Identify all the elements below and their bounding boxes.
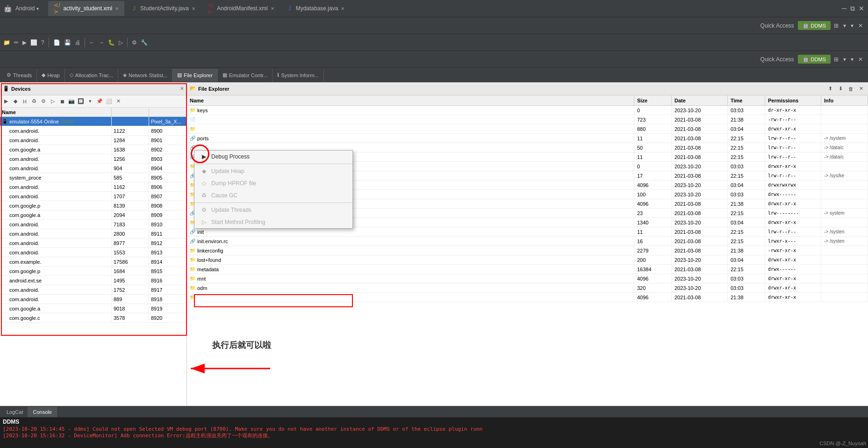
- file-row[interactable]: 📁lost+found2002023-10-2003:04drwxr-xr-x: [187, 255, 868, 265]
- ptab-threads[interactable]: ⚙ Threads: [2, 69, 37, 82]
- menu-item-debug-process[interactable]: ▶Debug Process: [194, 151, 352, 163]
- devices-dump-btn[interactable]: H: [21, 97, 29, 106]
- devices-debug-btn[interactable]: ▶: [2, 97, 10, 106]
- ptab-allocation[interactable]: ◇ Allocation Trac...: [65, 69, 118, 82]
- tab-android-manifest[interactable]: ≺/≻ AndroidManifest.xml ✕: [202, 1, 280, 16]
- devices-stop-btn[interactable]: ⏹: [58, 97, 66, 106]
- menu-item-dump-hprof-file: ◇Dump HPROF file: [194, 177, 352, 189]
- devices-pin-btn[interactable]: 📌: [95, 97, 104, 106]
- toolbar-btn-run[interactable]: ▶: [21, 38, 28, 47]
- device-row[interactable]: com.android.89778912: [0, 238, 187, 248]
- toolbar-btn-forward[interactable]: →: [97, 38, 106, 47]
- file-row[interactable]: 📁40962021-03-0821:38drwxr-xr-x: [187, 293, 868, 302]
- device-row[interactable]: com.google.a16388902: [0, 145, 187, 154]
- file-row[interactable]: 📁keys02023-10-2003:03dr-xr-xr-x: [187, 106, 868, 115]
- file-row[interactable]: 📁linkerconfig22792021-03-0821:38-rwxr-xr…: [187, 246, 868, 255]
- qa-toolbar-btn-1a[interactable]: ⊞: [832, 22, 840, 30]
- toolbar-btn-window[interactable]: ⬜: [29, 38, 39, 47]
- device-row[interactable]: com.google.a20948909: [0, 210, 187, 220]
- device-row[interactable]: com.android.11628906: [0, 182, 187, 192]
- file-row[interactable]: 📄7232021-03-0821:38-rw-r--r--: [187, 115, 868, 124]
- title-bar-dropdown-arrow[interactable]: ▾: [36, 6, 39, 11]
- devices-update-threads-btn[interactable]: ⚙: [39, 97, 48, 106]
- tab-mydatabase[interactable]: J Mydatabase.java ✕: [281, 1, 351, 16]
- device-row[interactable]: android.ext.se14958916: [0, 276, 187, 285]
- file-row[interactable]: 🔗ports112021-03-0822:15lrw-r--r---> /sys…: [187, 134, 868, 143]
- qa-toolbar-btn-1d[interactable]: ✕: [857, 22, 864, 30]
- toolbar-btn-print[interactable]: 🖨: [73, 38, 82, 47]
- devices-close-btn[interactable]: ✕: [114, 97, 122, 106]
- file-perms-cell: -rwxr-xr-x: [765, 246, 821, 255]
- devices-screenshot-btn[interactable]: 📷: [67, 97, 76, 106]
- device-row[interactable]: com.android.8898918: [0, 295, 187, 304]
- file-panel-push-btn[interactable]: ⬆: [826, 85, 834, 93]
- device-row[interactable]: com.google.p16848915: [0, 267, 187, 276]
- file-row[interactable]: 📁mnt40962023-10-2003:03drwxr-xr-x: [187, 274, 868, 283]
- qa-toolbar-btn-2d[interactable]: ✕: [857, 55, 864, 64]
- qa-toolbar-btn-1b[interactable]: ▾: [842, 22, 847, 30]
- ptab-file-explorer[interactable]: ▤ File Explorer: [172, 69, 218, 82]
- toolbar-btn-help[interactable]: ?: [40, 38, 46, 47]
- minimize-btn[interactable]: ─: [842, 5, 846, 12]
- tab-close-1[interactable]: ✕: [192, 6, 195, 11]
- device-row[interactable]: com.google.c35788920: [0, 313, 187, 323]
- qa-toolbar-btn-2c[interactable]: ▾: [849, 55, 855, 64]
- device-row[interactable]: com.android.9048904: [0, 164, 187, 173]
- device-row[interactable]: com.android.12568903: [0, 154, 187, 164]
- toolbar-btn-misc2[interactable]: 🔧: [139, 38, 149, 47]
- file-row[interactable]: 📁metadata163842021-03-0822:15drwx------: [187, 265, 868, 274]
- tab-activity-student[interactable]: ≺/≻ activity_student.xml ✕: [48, 1, 124, 16]
- device-row[interactable]: com.google.a90188919: [0, 304, 187, 313]
- device-row[interactable]: com.google.p81398908: [0, 201, 187, 210]
- devices-close-icon[interactable]: ✕: [180, 86, 184, 91]
- file-row[interactable]: 📁8802021-03-0803:04drwxr-xr-x: [187, 124, 868, 134]
- devices-more-btn[interactable]: ▾: [86, 97, 94, 106]
- device-row[interactable]: 📱emulator-5554 OnlineOnlinePixel_3a_X...: [0, 117, 187, 126]
- tab-close-3[interactable]: ✕: [341, 6, 344, 11]
- device-row[interactable]: com.android.71838910: [0, 220, 187, 229]
- ptab-sysinfo[interactable]: ℹ System Inform...: [273, 69, 323, 82]
- device-row[interactable]: com.android.17528917: [0, 285, 187, 295]
- qa-toolbar-btn-2b[interactable]: ▾: [842, 55, 847, 64]
- toolbar-btn-file[interactable]: 📁: [2, 38, 12, 47]
- device-row[interactable]: system_proce5858905: [0, 173, 187, 182]
- devices-gc-btn[interactable]: ♻: [30, 97, 38, 106]
- devices-maximize-btn[interactable]: ⬜: [105, 97, 113, 106]
- toolbar-btn-edit[interactable]: ✏: [13, 38, 20, 47]
- file-row[interactable]: 🔗init.environ.rc162021-03-0822:15lrwxr-x…: [187, 237, 868, 246]
- toolbar-btn-debug[interactable]: 🐛: [107, 38, 116, 47]
- devices-hierarchy-btn[interactable]: 🔲: [77, 97, 85, 106]
- device-row[interactable]: com.android.15538913: [0, 248, 187, 257]
- tab-console[interactable]: Console: [28, 407, 57, 417]
- tab-close-2[interactable]: ✕: [271, 6, 274, 11]
- device-row[interactable]: com.android.12848901: [0, 136, 187, 145]
- device-row[interactable]: com.android.28008911: [0, 229, 187, 238]
- devices-update-heap-btn[interactable]: ◆: [11, 97, 20, 106]
- ptab-emulator[interactable]: ▦ Emulator Contr...: [218, 69, 273, 82]
- tab-logcat[interactable]: LogCat: [2, 407, 28, 417]
- file-row[interactable]: 📁odm3202023-10-2003:03drwxr-xr-x: [187, 283, 868, 293]
- device-row[interactable]: com.android.17078907: [0, 192, 187, 201]
- restore-btn[interactable]: ⧉: [850, 5, 855, 13]
- toolbar-btn-misc1[interactable]: ⚙: [130, 38, 138, 47]
- ptab-network[interactable]: ◈ Network Statist...: [118, 69, 172, 82]
- toolbar-btn-new[interactable]: 📄: [52, 38, 62, 47]
- file-panel-delete-btn[interactable]: 🗑: [846, 85, 855, 93]
- ddms-btn-2[interactable]: 🤖 DDMS: [798, 55, 831, 64]
- close-btn[interactable]: ✕: [859, 5, 864, 12]
- file-panel-pull-btn[interactable]: ⬇: [836, 85, 845, 93]
- qa-toolbar-btn-1c[interactable]: ▾: [849, 22, 855, 30]
- device-row[interactable]: com.android.11228900: [0, 126, 187, 136]
- tab-close-0[interactable]: ✕: [115, 6, 119, 11]
- qa-toolbar-btn-2a[interactable]: ⊞: [832, 55, 840, 64]
- devices-profiling-btn[interactable]: ▷: [49, 97, 57, 106]
- toolbar-btn-save[interactable]: 💾: [63, 38, 72, 47]
- file-row[interactable]: 🔗init112021-03-0822:15lrw-r--r---> /syst…: [187, 227, 868, 237]
- tab-student-activity[interactable]: J StudentActivity.java ✕: [125, 1, 201, 16]
- file-panel-close-btn[interactable]: ✕: [857, 85, 865, 93]
- ddms-btn-1[interactable]: 🤖 DDMS: [798, 21, 831, 30]
- ptab-heap[interactable]: ◆ Heap: [37, 69, 65, 82]
- toolbar-btn-run2[interactable]: ▷: [117, 38, 124, 47]
- toolbar-btn-back[interactable]: ←: [88, 38, 96, 47]
- device-row[interactable]: com.example.175868914: [0, 257, 187, 267]
